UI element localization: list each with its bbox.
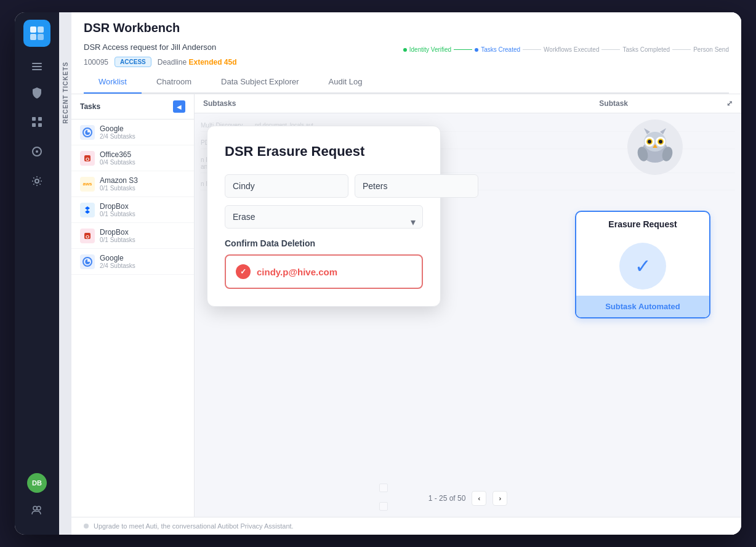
task-sub-dropbox-2: 0/1 Subtasks <box>100 237 185 243</box>
svg-text:O: O <box>86 156 89 162</box>
task-sub-dropbox-1: 0/1 Subtasks <box>100 211 185 217</box>
warning-symbol: ✓ <box>240 267 246 276</box>
sidebar-nav-shield[interactable] <box>25 80 49 105</box>
pagination-bar: 1 - 25 of 50 ‹ › <box>195 486 741 511</box>
dropbox-icon-1 <box>82 205 92 215</box>
svg-rect-7 <box>38 123 42 127</box>
task-list-panel: Tasks ◀ Google 2/4 Subtasks <box>71 94 195 517</box>
sidebar-nav-grid[interactable] <box>25 110 49 134</box>
deadline-extended: Extended 45d <box>188 58 236 67</box>
svg-rect-6 <box>32 123 36 127</box>
task-item-google-1[interactable]: Google 2/4 Subtasks <box>71 120 194 145</box>
first-name-input[interactable] <box>225 174 348 198</box>
pagination-prev[interactable]: ‹ <box>472 491 486 506</box>
action-select-wrapper: Erase <box>225 205 423 238</box>
confirm-label: Confirm Data Deletion <box>225 238 423 248</box>
upgrade-dot <box>84 524 89 529</box>
email-address: cindy.p@hive.com <box>257 267 337 277</box>
task-item-office365[interactable]: O Office365 0/4 Subtasks <box>71 145 194 171</box>
tab-worklist[interactable]: Worklist <box>84 71 142 94</box>
main-work-area: Multi-Discovery nd document, locals aut … <box>195 113 741 517</box>
task-info-google-1: Google 2/4 Subtasks <box>100 124 185 140</box>
main-content: DSR Workbench DSR Access request for Jil… <box>71 12 741 535</box>
google-logo-1 <box>80 125 95 140</box>
dsr-erasure-modal: DSR Erasure Request Erase Confirm Data D… <box>207 126 441 307</box>
amazon-logo: aws <box>80 177 95 192</box>
svg-point-12 <box>37 506 41 510</box>
collapse-icon: ◀ <box>177 103 182 110</box>
tab-audit-log[interactable]: Audit Log <box>314 71 377 94</box>
top-header: DSR Workbench DSR Access request for Jil… <box>71 12 741 94</box>
page-title: DSR Workbench <box>84 21 729 35</box>
last-name-input[interactable] <box>355 174 478 198</box>
sidebar-bottom: DB <box>25 473 49 527</box>
ticket-id: 100095 <box>84 58 108 67</box>
collapse-button[interactable]: ◀ <box>173 100 185 113</box>
column-headers: Subtasks Subtask ⤢ <box>195 94 741 113</box>
user-avatar[interactable]: DB <box>27 473 47 493</box>
task-info-amazon: Amazon S3 0/1 Subtasks <box>100 176 185 192</box>
step-connector-4 <box>672 49 691 50</box>
task-name-amazon: Amazon S3 <box>100 176 185 185</box>
task-info-google-2: Google 2/4 Subtasks <box>100 254 185 269</box>
modal-title: DSR Erasure Request <box>225 144 423 160</box>
upgrade-text: Upgrade to meet Auti, the conversational… <box>94 522 294 530</box>
task-item-dropbox-1[interactable]: DropBox 0/1 Subtasks <box>71 197 194 223</box>
hamburger-menu[interactable] <box>28 59 46 74</box>
svg-rect-3 <box>38 34 44 40</box>
task-sub-office365: 0/4 Subtasks <box>100 159 185 166</box>
task-sub-google-1: 2/4 Subtasks <box>100 133 185 140</box>
svg-point-27 <box>648 140 651 144</box>
sidebar-nav-tools[interactable] <box>25 139 49 164</box>
pagination-next[interactable]: › <box>493 491 507 506</box>
office365-icon: O <box>82 153 92 163</box>
owl-mascot <box>627 120 683 175</box>
progress-steps: Identity Verified Tasks Created Workflow… <box>403 43 729 57</box>
ticket-name: DSR Access request for Jill Anderson <box>84 43 216 52</box>
erasure-card-title: Erasure Request <box>576 212 709 237</box>
office-icon-2: O <box>82 231 92 241</box>
task-info-office365: Office365 0/4 Subtasks <box>100 150 185 166</box>
recent-tickets-label: RECENT TICKETS <box>62 62 69 124</box>
task-name-google-2: Google <box>100 254 185 262</box>
erasure-request-card: Erasure Request ✓ Subtask Automated <box>575 211 710 318</box>
recent-tickets-strip: RECENT TICKETS <box>59 12 71 535</box>
email-confirm-box: ✓ cindy.p@hive.com <box>225 254 423 289</box>
step-connector-2 <box>523 49 541 50</box>
settings-icon <box>31 176 42 187</box>
pagination-info: 1 - 25 of 50 <box>428 494 466 503</box>
task-item-dropbox-2[interactable]: O DropBox 0/1 Subtasks <box>71 223 194 249</box>
check-circle: ✓ <box>619 243 666 290</box>
people-icon <box>31 504 42 516</box>
tasks-header-label: Tasks <box>80 102 100 111</box>
tab-data-subject[interactable]: Data Subject Explorer <box>206 71 313 94</box>
google-logo-2 <box>80 254 95 269</box>
svg-rect-4 <box>32 117 36 121</box>
sidebar-nav-settings[interactable] <box>25 169 49 193</box>
tabs-row: Worklist Chatroom Data Subject Explorer … <box>84 71 729 94</box>
sidebar-nav-people[interactable] <box>25 498 49 522</box>
task-item-amazon[interactable]: aws Amazon S3 0/1 Subtasks <box>71 171 194 197</box>
action-select[interactable]: Erase <box>225 205 423 229</box>
task-item-google-2[interactable]: Google 2/4 Subtasks <box>71 249 194 275</box>
google-icon-1 <box>82 128 92 137</box>
app-container: DB RECENT TICKETS DSR Workbench DSR Acce… <box>15 12 741 535</box>
dropbox-logo-1 <box>80 203 95 217</box>
svg-rect-1 <box>38 26 44 33</box>
step-identity: Identity Verified <box>403 46 451 53</box>
logo[interactable] <box>23 20 50 47</box>
subtask-col-label: Subtask <box>599 99 628 108</box>
expand-icon-placeholder[interactable]: ⤢ <box>726 99 733 108</box>
tab-chatroom[interactable]: Chatroom <box>142 71 206 94</box>
subtask-automated-label: Subtask Automated <box>576 296 709 317</box>
svg-point-28 <box>659 140 662 144</box>
name-form-row <box>225 174 423 198</box>
svg-rect-5 <box>38 117 42 121</box>
svg-point-11 <box>33 506 37 510</box>
step-completed: Tasks Completed <box>622 46 670 53</box>
task-sub-amazon: 0/1 Subtasks <box>100 185 185 192</box>
google-icon-2 <box>82 257 92 267</box>
panel-header: Tasks ◀ <box>71 94 194 120</box>
subtasks-col-label: Subtasks <box>203 99 236 108</box>
content-area: Tasks ◀ Google 2/4 Subtasks <box>71 94 741 517</box>
